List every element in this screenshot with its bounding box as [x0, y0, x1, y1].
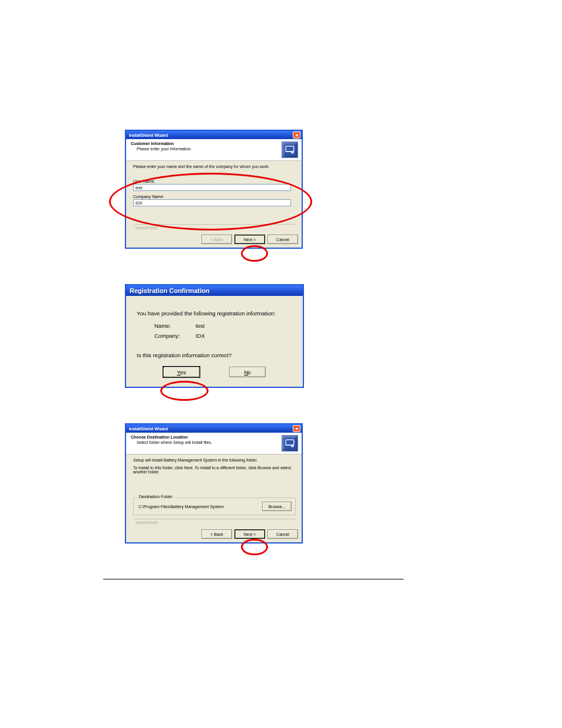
next-button[interactable]: Next >: [234, 529, 265, 539]
no-label-rest: o: [247, 369, 250, 375]
installer-icon: [282, 141, 298, 158]
header-subtitle: Select folder where Setup will install f…: [131, 440, 212, 444]
installshield-customer-dialog: InstallShield Wizard ✕ Customer Informat…: [125, 130, 303, 249]
browse-button[interactable]: Browse...: [262, 502, 292, 511]
window-title: InstallShield Wizard: [129, 133, 168, 137]
dialog-body: Setup will install Battery Management Sy…: [126, 454, 302, 527]
back-button: < Back: [201, 235, 232, 244]
cancel-button[interactable]: Cancel: [267, 529, 298, 539]
company-name-input[interactable]: IDX: [133, 199, 291, 206]
brand-text: InstallShield: [135, 521, 296, 525]
user-name-label: User Name:: [133, 179, 296, 183]
close-glyph: ✕: [295, 133, 299, 137]
installer-icon: [282, 435, 298, 452]
back-button[interactable]: < Back: [201, 529, 232, 539]
user-name-input[interactable]: test: [133, 184, 291, 191]
company-label: Company:: [154, 332, 196, 339]
window-title: InstallShield Wizard: [129, 427, 168, 431]
name-value: test: [196, 322, 293, 329]
group-legend: Destination Folder: [137, 495, 174, 499]
dialog-body: You have provided the following registra…: [126, 296, 303, 367]
footer-separator: [133, 224, 296, 225]
no-button[interactable]: No: [229, 367, 266, 377]
dialog-header: Customer Information Please enter your i…: [126, 139, 302, 161]
window-title: Registration Confirmation: [130, 287, 210, 294]
header-text: Customer Information Please enter your i…: [131, 141, 191, 151]
company-value: IDX: [196, 332, 293, 339]
button-bar: < Back Next > Cancel: [126, 232, 302, 248]
installshield-destination-dialog: InstallShield Wizard ✕ Choose Destinatio…: [125, 423, 303, 543]
dialog-header: Choose Destination Location Select folde…: [126, 433, 302, 454]
company-name-label: Company Name:: [133, 195, 296, 199]
close-icon[interactable]: ✕: [293, 131, 300, 139]
name-label: Name:: [154, 322, 196, 329]
close-glyph: ✕: [295, 427, 299, 431]
header-subtitle: Please enter your information.: [131, 147, 191, 151]
folder-path: C:\Program Files\Battery Management Syst…: [138, 505, 224, 509]
dialog-body: Please enter your name and the name of t…: [126, 161, 302, 232]
svg-rect-2: [286, 440, 294, 445]
header-text: Choose Destination Location Select folde…: [131, 435, 212, 444]
registration-confirmation-dialog: Registration Confirmation You have provi…: [125, 284, 304, 388]
destination-folder-group: Destination Folder C:\Program Files\Batt…: [133, 498, 296, 515]
instruction-text: Please enter your name and the name of t…: [133, 164, 296, 169]
question-text: Is this registration information correct…: [137, 352, 293, 358]
screenshot-2-wrap: Registration Confirmation You have provi…: [0, 284, 562, 388]
document-page: InstallShield Wizard ✕ Customer Informat…: [0, 0, 562, 697]
svg-point-1: [291, 151, 294, 154]
button-bar: Yes No: [126, 367, 303, 387]
body-line-1: Setup will install Battery Management Sy…: [133, 458, 296, 462]
cancel-button[interactable]: Cancel: [267, 235, 298, 244]
titlebar[interactable]: InstallShield Wizard ✕: [126, 424, 302, 433]
yes-label-rest: es: [180, 369, 186, 375]
svg-rect-0: [286, 146, 294, 151]
titlebar[interactable]: InstallShield Wizard ✕: [126, 131, 302, 139]
page-footer-rule: [103, 579, 404, 579]
next-button[interactable]: Next >: [234, 235, 265, 244]
screenshot-3-wrap: InstallShield Wizard ✕ Choose Destinatio…: [0, 423, 562, 543]
button-bar: < Back Next > Cancel: [126, 527, 302, 542]
header-title: Choose Destination Location: [131, 435, 188, 439]
header-title: Customer Information: [131, 141, 174, 146]
body-line-2: To install to this folder, click Next. T…: [133, 466, 296, 474]
close-icon[interactable]: ✕: [293, 425, 300, 432]
brand-text: InstallShield: [135, 226, 296, 230]
info-grid: Name: test Company: IDX: [154, 322, 293, 339]
screenshot-1-wrap: InstallShield Wizard ✕ Customer Informat…: [0, 130, 562, 249]
titlebar[interactable]: Registration Confirmation: [126, 285, 303, 296]
svg-point-3: [291, 444, 294, 447]
footer-separator: [133, 519, 296, 519]
info-line: You have provided the following registra…: [137, 310, 293, 317]
yes-button[interactable]: Yes: [163, 367, 200, 377]
